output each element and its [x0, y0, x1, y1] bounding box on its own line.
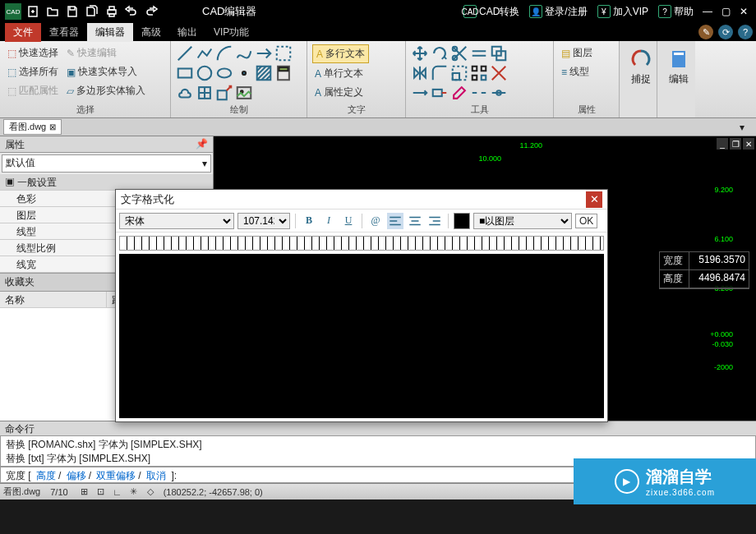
- polar-icon[interactable]: ✳: [127, 486, 141, 499]
- block-icon[interactable]: [196, 84, 214, 102]
- maximize-icon[interactable]: ▢: [717, 2, 735, 21]
- tab-output[interactable]: 输出: [169, 23, 205, 42]
- edit-button[interactable]: 编辑: [662, 44, 695, 90]
- line-icon[interactable]: [176, 44, 194, 62]
- minimize-icon[interactable]: —: [698, 2, 717, 21]
- align-center-button[interactable]: [407, 213, 423, 229]
- saveall-icon[interactable]: [84, 3, 100, 20]
- osnap-icon[interactable]: ◇: [144, 486, 157, 499]
- tool-icon-1[interactable]: ✎: [698, 25, 713, 39]
- rect-icon[interactable]: [176, 64, 194, 82]
- mirror-icon[interactable]: [411, 64, 429, 82]
- join-icon[interactable]: [490, 84, 508, 102]
- calc-icon[interactable]: [274, 64, 293, 82]
- trim-icon[interactable]: [450, 44, 468, 62]
- mdi-close-icon[interactable]: ✕: [743, 138, 754, 150]
- color-swatch-icon[interactable]: [454, 213, 470, 229]
- linetype-button[interactable]: ≡线型: [559, 63, 595, 81]
- rotate-icon[interactable]: [431, 44, 449, 62]
- hatch-icon[interactable]: [255, 64, 273, 82]
- pin-icon[interactable]: 📌: [196, 138, 208, 150]
- ortho-icon[interactable]: ∟: [111, 486, 124, 499]
- point-icon[interactable]: [235, 64, 253, 82]
- insert-icon[interactable]: [215, 84, 233, 102]
- scale-icon[interactable]: [450, 64, 468, 82]
- image-icon[interactable]: [235, 84, 253, 102]
- tool-icon-3[interactable]: ?: [738, 25, 753, 39]
- ray-icon[interactable]: [255, 44, 273, 62]
- text-editor-area[interactable]: [119, 254, 604, 418]
- cmd-opt-height[interactable]: 高度: [36, 470, 56, 481]
- print-icon[interactable]: [104, 3, 120, 20]
- stretch-icon[interactable]: [431, 84, 449, 102]
- ellipse-icon[interactable]: [215, 64, 233, 82]
- offset-icon[interactable]: [470, 44, 488, 62]
- quick-select-button[interactable]: ⬚快速选择: [5, 44, 61, 62]
- solid-import-button[interactable]: ▣快速实体导入: [64, 63, 148, 81]
- close-icon[interactable]: ✕: [735, 2, 753, 21]
- cmd-opt-offset[interactable]: 偏移: [67, 470, 86, 481]
- copy-icon[interactable]: [490, 44, 508, 62]
- attr-def-button[interactable]: A属性定义: [312, 84, 369, 101]
- select-all-button[interactable]: ⬚选择所有: [5, 63, 61, 81]
- tab-file[interactable]: 文件: [5, 23, 41, 42]
- grid-icon[interactable]: ⊡: [94, 486, 108, 499]
- vip-link[interactable]: ¥加入VIP: [597, 5, 648, 19]
- size-select[interactable]: 107.1428: [237, 213, 290, 229]
- snap-icon[interactable]: ⊞: [78, 486, 91, 499]
- circle-icon[interactable]: [196, 64, 214, 82]
- mdi-min-icon[interactable]: _: [717, 138, 728, 150]
- symbol-button[interactable]: @: [367, 213, 384, 229]
- erase-icon[interactable]: [450, 84, 468, 102]
- text-ruler[interactable]: [119, 236, 604, 251]
- capture-button[interactable]: 捕捉: [625, 44, 657, 90]
- color-select[interactable]: ■以图层: [473, 213, 572, 229]
- new-icon[interactable]: [25, 3, 41, 20]
- align-left-button[interactable]: [387, 213, 403, 229]
- poly-input-button[interactable]: ▱多边形实体输入: [64, 82, 148, 99]
- tab-editor[interactable]: 编辑器: [87, 23, 133, 42]
- align-right-button[interactable]: [426, 213, 443, 229]
- tool-icon-2[interactable]: ⟳: [718, 25, 733, 39]
- explode-icon[interactable]: [490, 64, 508, 82]
- multiline-text-button[interactable]: A多行文本: [312, 44, 369, 63]
- doc-tab[interactable]: 看图.dwg⊠: [3, 119, 62, 135]
- mdi-restore-icon[interactable]: ❐: [730, 138, 741, 150]
- tabs-dropdown-icon[interactable]: ▾: [740, 122, 753, 133]
- undo-icon[interactable]: [123, 3, 140, 20]
- tab-close-icon[interactable]: ⊠: [49, 122, 56, 131]
- props-general-category[interactable]: ▣ 一般设置: [0, 174, 213, 191]
- move-icon[interactable]: [411, 44, 429, 62]
- tab-advanced[interactable]: 高级: [133, 23, 169, 42]
- dialog-titlebar[interactable]: 文字格式化 ✕: [116, 190, 607, 209]
- spline-icon[interactable]: [235, 44, 253, 62]
- arc-icon[interactable]: [215, 44, 233, 62]
- dialog-close-icon[interactable]: ✕: [586, 191, 602, 208]
- cmd-opt-cancel[interactable]: 取消: [146, 470, 166, 481]
- underline-button[interactable]: U: [340, 213, 357, 229]
- font-select[interactable]: 宋体: [119, 213, 234, 229]
- single-text-button[interactable]: A单行文本: [312, 65, 369, 82]
- polyline-icon[interactable]: [196, 44, 214, 62]
- bold-button[interactable]: B: [301, 213, 317, 229]
- boundary-icon[interactable]: [274, 44, 293, 62]
- redo-icon[interactable]: [143, 3, 159, 20]
- extend-icon[interactable]: [411, 84, 429, 102]
- props-default-select[interactable]: 默认值▾: [2, 154, 211, 173]
- open-icon[interactable]: [44, 3, 61, 20]
- cad-convert-link[interactable]: CADCAD转换: [463, 5, 519, 19]
- ok-button[interactable]: OK: [575, 214, 597, 228]
- cmd-opt-doffset[interactable]: 双重偏移: [96, 470, 136, 481]
- italic-button[interactable]: I: [320, 213, 337, 229]
- tab-viewer[interactable]: 查看器: [41, 23, 87, 42]
- help-link[interactable]: ?帮助: [658, 5, 694, 19]
- elev-label: +0.000: [710, 330, 733, 338]
- break-icon[interactable]: [470, 84, 488, 102]
- layer-button[interactable]: ▤图层: [559, 44, 595, 62]
- cloud-icon[interactable]: [176, 84, 194, 102]
- array-icon[interactable]: [470, 64, 488, 82]
- save-icon[interactable]: [64, 3, 81, 20]
- fillet-icon[interactable]: [431, 64, 449, 82]
- tab-vip[interactable]: VIP功能: [205, 23, 257, 42]
- login-link[interactable]: 👤登录/注册: [529, 5, 587, 19]
